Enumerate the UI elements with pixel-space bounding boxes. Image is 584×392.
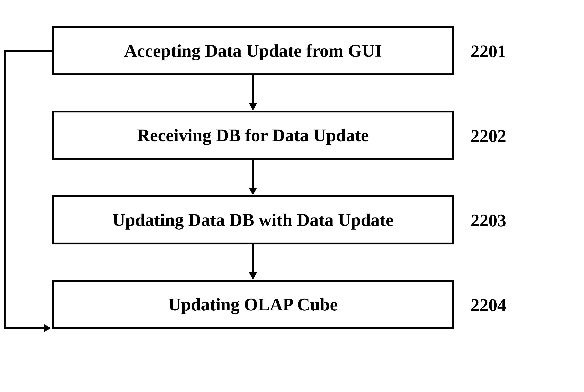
step-box-3: Updating Data DB with Data Update: [52, 195, 454, 244]
step-text-3: Updating Data DB with Data Update: [112, 210, 394, 230]
loop-arrow-top: [4, 50, 52, 52]
step-box-4: Updating OLAP Cube: [52, 280, 454, 329]
loop-arrow-vertical: [4, 50, 6, 328]
step-label-4: 2204: [470, 294, 506, 315]
step-text-1: Accepting Data Update from GUI: [124, 40, 382, 61]
diagram-container: Accepting Data Update from GUI 2201 Rece…: [52, 26, 454, 329]
step-text-4: Updating OLAP Cube: [168, 294, 338, 315]
arrow-2-3: [252, 160, 254, 195]
step-text-2: Receiving DB for Data Update: [137, 125, 369, 146]
step-box-2: Receiving DB for Data Update: [52, 110, 454, 160]
step-box-1: Accepting Data Update from GUI: [52, 26, 454, 75]
loop-arrow-head: [44, 324, 51, 332]
step-label-3: 2203: [470, 210, 506, 231]
arrow-1-2: [252, 75, 254, 110]
arrow-3-4: [252, 244, 254, 280]
step-label-2: 2202: [470, 126, 506, 146]
step-label-1: 2201: [470, 41, 506, 62]
loop-arrow-bottom: [4, 327, 45, 329]
